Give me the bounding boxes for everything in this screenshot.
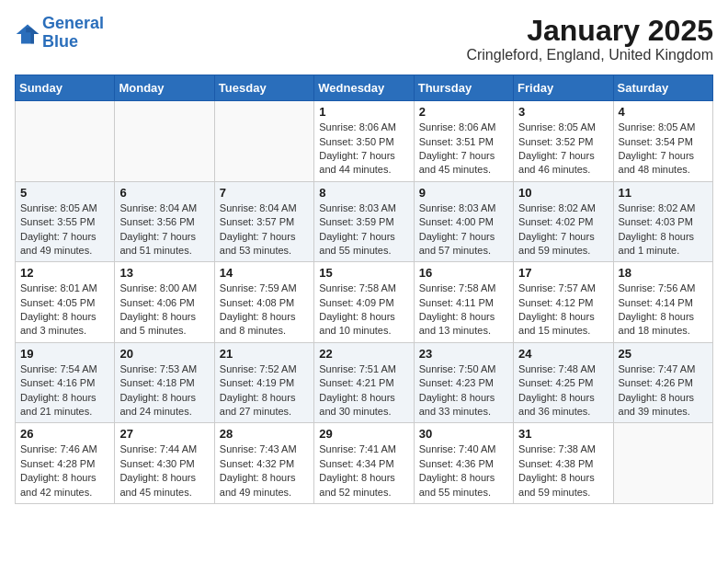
day-number: 19 xyxy=(20,347,109,361)
table-row: 17Sunrise: 7:57 AM Sunset: 4:12 PM Dayli… xyxy=(514,262,613,343)
table-row: 16Sunrise: 7:58 AM Sunset: 4:11 PM Dayli… xyxy=(414,262,513,343)
table-row: 18Sunrise: 7:56 AM Sunset: 4:14 PM Dayli… xyxy=(613,262,712,343)
title-block: January 2025 Cringleford, England, Unite… xyxy=(466,15,713,63)
day-number: 12 xyxy=(20,266,109,280)
table-row: 12Sunrise: 8:01 AM Sunset: 4:05 PM Dayli… xyxy=(16,262,115,343)
day-number: 25 xyxy=(619,347,708,361)
day-number: 13 xyxy=(119,266,209,280)
cell-info: Sunrise: 8:05 AM Sunset: 3:55 PM Dayligh… xyxy=(20,201,109,259)
logo-text-line2: Blue xyxy=(42,33,104,52)
day-number: 9 xyxy=(419,186,508,200)
table-row: 24Sunrise: 7:48 AM Sunset: 4:25 PM Dayli… xyxy=(514,342,613,423)
cell-info: Sunrise: 7:47 AM Sunset: 4:26 PM Dayligh… xyxy=(619,362,708,419)
logo: General Blue xyxy=(15,15,104,52)
header-monday: Monday xyxy=(115,75,214,101)
table-row: 9Sunrise: 8:03 AM Sunset: 4:00 PM Daylig… xyxy=(414,181,513,262)
table-row: 21Sunrise: 7:52 AM Sunset: 4:19 PM Dayli… xyxy=(214,342,313,423)
table-row: 27Sunrise: 7:44 AM Sunset: 4:30 PM Dayli… xyxy=(115,423,214,504)
table-row: 1Sunrise: 8:06 AM Sunset: 3:50 PM Daylig… xyxy=(314,101,414,182)
day-number: 21 xyxy=(220,347,309,361)
cell-info: Sunrise: 8:02 AM Sunset: 4:03 PM Dayligh… xyxy=(619,201,708,259)
header-friday: Friday xyxy=(514,75,613,101)
table-row: 11Sunrise: 8:02 AM Sunset: 4:03 PM Dayli… xyxy=(613,181,712,262)
day-number: 11 xyxy=(619,186,708,200)
table-row: 6Sunrise: 8:04 AM Sunset: 3:56 PM Daylig… xyxy=(115,181,214,262)
day-number: 17 xyxy=(518,266,608,280)
day-number: 5 xyxy=(20,186,109,200)
header-thursday: Thursday xyxy=(414,75,513,101)
calendar-table: Sunday Monday Tuesday Wednesday Thursday… xyxy=(15,75,713,504)
cell-info: Sunrise: 8:05 AM Sunset: 3:52 PM Dayligh… xyxy=(518,121,608,178)
header-wednesday: Wednesday xyxy=(314,75,414,101)
header-saturday: Saturday xyxy=(613,75,712,101)
cell-info: Sunrise: 8:06 AM Sunset: 3:50 PM Dayligh… xyxy=(319,121,408,178)
cell-info: Sunrise: 7:57 AM Sunset: 4:12 PM Dayligh… xyxy=(518,282,608,339)
cell-info: Sunrise: 7:58 AM Sunset: 4:11 PM Dayligh… xyxy=(419,282,508,339)
day-number: 3 xyxy=(518,105,608,119)
table-row: 30Sunrise: 7:40 AM Sunset: 4:36 PM Dayli… xyxy=(414,423,513,504)
cell-info: Sunrise: 7:41 AM Sunset: 4:34 PM Dayligh… xyxy=(319,442,408,500)
table-row xyxy=(16,101,115,182)
table-row: 5Sunrise: 8:05 AM Sunset: 3:55 PM Daylig… xyxy=(16,181,115,262)
cell-info: Sunrise: 8:04 AM Sunset: 3:57 PM Dayligh… xyxy=(220,201,309,259)
table-row: 10Sunrise: 8:02 AM Sunset: 4:02 PM Dayli… xyxy=(514,181,613,262)
day-number: 8 xyxy=(319,186,408,200)
cell-info: Sunrise: 7:56 AM Sunset: 4:14 PM Dayligh… xyxy=(619,282,708,339)
cell-info: Sunrise: 8:03 AM Sunset: 3:59 PM Dayligh… xyxy=(319,201,408,259)
logo-text-line1: General xyxy=(42,15,104,33)
day-number: 29 xyxy=(319,427,408,441)
cell-info: Sunrise: 7:51 AM Sunset: 4:21 PM Dayligh… xyxy=(319,362,408,419)
cell-info: Sunrise: 7:48 AM Sunset: 4:25 PM Dayligh… xyxy=(518,362,608,419)
day-number: 30 xyxy=(419,427,508,441)
table-row: 23Sunrise: 7:50 AM Sunset: 4:23 PM Dayli… xyxy=(414,342,513,423)
day-number: 27 xyxy=(119,427,209,441)
day-number: 28 xyxy=(220,427,309,441)
cell-info: Sunrise: 7:59 AM Sunset: 4:08 PM Dayligh… xyxy=(220,282,309,339)
cell-info: Sunrise: 8:01 AM Sunset: 4:05 PM Dayligh… xyxy=(20,282,109,339)
day-number: 18 xyxy=(619,266,708,280)
table-row: 22Sunrise: 7:51 AM Sunset: 4:21 PM Dayli… xyxy=(314,342,414,423)
day-number: 1 xyxy=(319,105,408,119)
table-row: 15Sunrise: 7:58 AM Sunset: 4:09 PM Dayli… xyxy=(314,262,414,343)
day-number: 24 xyxy=(518,347,608,361)
cell-info: Sunrise: 7:54 AM Sunset: 4:16 PM Dayligh… xyxy=(20,362,109,419)
table-row: 20Sunrise: 7:53 AM Sunset: 4:18 PM Dayli… xyxy=(115,342,214,423)
cell-info: Sunrise: 8:03 AM Sunset: 4:00 PM Dayligh… xyxy=(419,201,508,259)
day-number: 14 xyxy=(220,266,309,280)
table-row: 19Sunrise: 7:54 AM Sunset: 4:16 PM Dayli… xyxy=(16,342,115,423)
cell-info: Sunrise: 8:05 AM Sunset: 3:54 PM Dayligh… xyxy=(619,121,708,178)
table-row: 25Sunrise: 7:47 AM Sunset: 4:26 PM Dayli… xyxy=(613,342,712,423)
cell-info: Sunrise: 7:52 AM Sunset: 4:19 PM Dayligh… xyxy=(220,362,309,419)
table-row: 7Sunrise: 8:04 AM Sunset: 3:57 PM Daylig… xyxy=(214,181,313,262)
day-number: 15 xyxy=(319,266,408,280)
cell-info: Sunrise: 8:00 AM Sunset: 4:06 PM Dayligh… xyxy=(119,282,209,339)
table-row: 28Sunrise: 7:43 AM Sunset: 4:32 PM Dayli… xyxy=(214,423,313,504)
table-row: 13Sunrise: 8:00 AM Sunset: 4:06 PM Dayli… xyxy=(115,262,214,343)
table-row xyxy=(613,423,712,504)
page-header: General Blue January 2025 Cringleford, E… xyxy=(15,15,713,63)
day-number: 26 xyxy=(20,427,109,441)
location-subtitle: Cringleford, England, United Kingdom xyxy=(466,47,713,63)
cell-info: Sunrise: 7:44 AM Sunset: 4:30 PM Dayligh… xyxy=(119,442,209,500)
day-number: 31 xyxy=(518,427,608,441)
day-number: 2 xyxy=(419,105,508,119)
table-row xyxy=(214,101,313,182)
month-title: January 2025 xyxy=(466,15,713,47)
calendar-week-row: 19Sunrise: 7:54 AM Sunset: 4:16 PM Dayli… xyxy=(16,342,713,423)
day-number: 22 xyxy=(319,347,408,361)
table-row: 4Sunrise: 8:05 AM Sunset: 3:54 PM Daylig… xyxy=(613,101,712,182)
cell-info: Sunrise: 8:02 AM Sunset: 4:02 PM Dayligh… xyxy=(518,201,608,259)
table-row: 8Sunrise: 8:03 AM Sunset: 3:59 PM Daylig… xyxy=(314,181,414,262)
header-tuesday: Tuesday xyxy=(214,75,313,101)
calendar-week-row: 1Sunrise: 8:06 AM Sunset: 3:50 PM Daylig… xyxy=(16,101,713,182)
calendar-week-row: 5Sunrise: 8:05 AM Sunset: 3:55 PM Daylig… xyxy=(16,181,713,262)
cell-info: Sunrise: 7:50 AM Sunset: 4:23 PM Dayligh… xyxy=(419,362,508,419)
calendar-week-row: 26Sunrise: 7:46 AM Sunset: 4:28 PM Dayli… xyxy=(16,423,713,504)
day-number: 16 xyxy=(419,266,508,280)
day-number: 6 xyxy=(119,186,209,200)
cell-info: Sunrise: 7:40 AM Sunset: 4:36 PM Dayligh… xyxy=(419,442,508,500)
cell-info: Sunrise: 7:38 AM Sunset: 4:38 PM Dayligh… xyxy=(518,442,608,500)
calendar-week-row: 12Sunrise: 8:01 AM Sunset: 4:05 PM Dayli… xyxy=(16,262,713,343)
day-number: 7 xyxy=(220,186,309,200)
day-number: 23 xyxy=(419,347,508,361)
